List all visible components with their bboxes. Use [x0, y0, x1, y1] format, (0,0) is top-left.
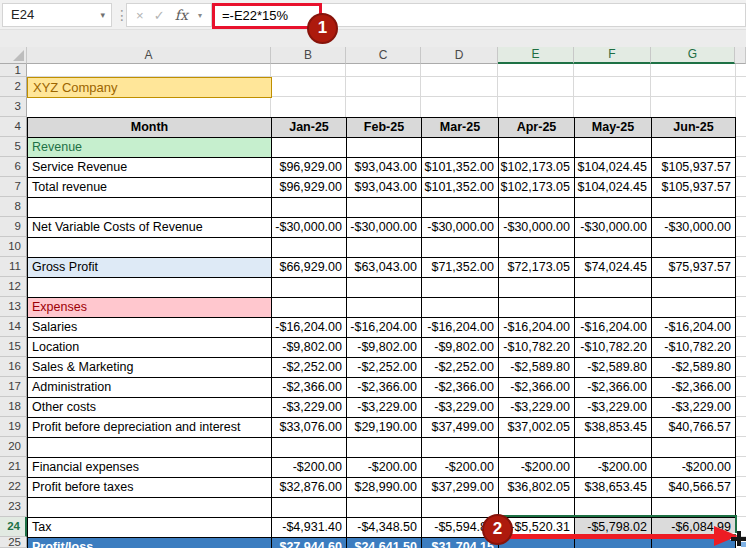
cell[interactable]: -$3,229.00	[422, 398, 499, 418]
table-header-cell[interactable]: Apr-25	[499, 118, 575, 138]
cell[interactable]: $37,499.00	[422, 418, 499, 438]
column-header-e[interactable]: E	[498, 47, 574, 64]
cell[interactable]: $102,173.05	[499, 158, 575, 178]
cell[interactable]: -$2,366.00	[652, 378, 736, 398]
cell[interactable]	[422, 498, 499, 518]
row-header-24[interactable]: 24	[0, 517, 27, 537]
row-label-cell[interactable]: Tax	[28, 518, 272, 538]
cell[interactable]: -$2,252.00	[272, 358, 347, 378]
row-header-14[interactable]: 14	[0, 317, 27, 337]
cell[interactable]	[272, 238, 347, 258]
row-header-12[interactable]: 12	[0, 277, 27, 297]
formula-dropdown-icon[interactable]: ▾	[198, 11, 202, 20]
table-header-cell[interactable]: Mar-25	[422, 118, 499, 138]
row-header-20[interactable]: 20	[0, 437, 27, 457]
row-label-cell[interactable]: Financial expenses	[28, 458, 272, 478]
row-header-22[interactable]: 22	[0, 477, 27, 497]
row-header-8[interactable]: 8	[0, 197, 27, 217]
cell[interactable]: $104,024.45	[575, 178, 652, 198]
row-label-cell[interactable]	[28, 438, 272, 458]
cell[interactable]: -$200.00	[652, 458, 736, 478]
cell[interactable]: -$16,204.00	[652, 318, 736, 338]
cell[interactable]	[499, 238, 575, 258]
cell[interactable]	[347, 238, 422, 258]
formula-input[interactable]: =-E22*15%	[211, 3, 746, 27]
cell[interactable]: $37,299.00	[422, 478, 499, 498]
table-header-cell[interactable]: Jan-25	[272, 118, 347, 138]
cell[interactable]: $105,937.57	[652, 158, 736, 178]
cell[interactable]	[575, 298, 652, 318]
cell[interactable]: -$30,000.00	[347, 218, 422, 238]
cell[interactable]: $40,566.57	[652, 478, 736, 498]
column-header-f[interactable]: F	[574, 47, 651, 64]
cell[interactable]: $40,766.57	[652, 418, 736, 438]
cell[interactable]: -$9,802.00	[272, 338, 347, 358]
cell[interactable]: $105,937.57	[652, 178, 736, 198]
cell[interactable]	[575, 438, 652, 458]
cell[interactable]: -$200.00	[499, 458, 575, 478]
cell[interactable]	[575, 498, 652, 518]
cell[interactable]: -$3,229.00	[272, 398, 347, 418]
column-header-a[interactable]: A	[27, 47, 271, 64]
cell[interactable]: $72,173.05	[499, 258, 575, 278]
row-header-21[interactable]: 21	[0, 457, 27, 477]
row-header-23[interactable]: 23	[0, 497, 27, 517]
row-header-5[interactable]: 5	[0, 137, 27, 157]
row-label-cell[interactable]: Net Variable Costs of Revenue	[28, 218, 272, 238]
cell[interactable]: -$30,000.00	[499, 218, 575, 238]
cell[interactable]	[499, 278, 575, 298]
row-header-3[interactable]: 3	[0, 97, 27, 117]
table-header-cell[interactable]: Jun-25	[652, 118, 736, 138]
cell[interactable]: -$2,252.00	[347, 358, 422, 378]
cell[interactable]: -$200.00	[272, 458, 347, 478]
row-header-15[interactable]: 15	[0, 337, 27, 357]
cell[interactable]: $104,024.45	[575, 158, 652, 178]
row-header-19[interactable]: 19	[0, 417, 27, 437]
row-label-cell[interactable]: Expenses	[28, 298, 272, 318]
cell[interactable]: -$16,204.00	[272, 318, 347, 338]
row-header-18[interactable]: 18	[0, 397, 27, 417]
cell[interactable]: -$2,366.00	[422, 378, 499, 398]
row-label-cell[interactable]: Gross Profit	[28, 258, 272, 278]
table-header-cell[interactable]: May-25	[575, 118, 652, 138]
cell[interactable]	[499, 538, 575, 548]
row-label-cell[interactable]: Profit/loss	[28, 538, 272, 548]
cell[interactable]	[347, 138, 422, 158]
cell[interactable]: -$2,589.80	[575, 358, 652, 378]
cell[interactable]	[422, 238, 499, 258]
row-header-11[interactable]: 11	[0, 257, 27, 277]
column-header-d[interactable]: D	[421, 47, 498, 64]
row-label-cell[interactable]	[28, 498, 272, 518]
row-header-13[interactable]: 13	[0, 297, 27, 317]
cell[interactable]: $101,352.00	[422, 178, 499, 198]
row-label-cell[interactable]: Profit before taxes	[28, 478, 272, 498]
cell[interactable]: -$10,782.20	[652, 338, 736, 358]
cell[interactable]	[652, 298, 736, 318]
cell[interactable]: -$200.00	[422, 458, 499, 478]
cell[interactable]	[499, 298, 575, 318]
row-label-cell[interactable]: Total revenue	[28, 178, 272, 198]
company-name-cell[interactable]: XYZ Company	[27, 77, 272, 98]
cell[interactable]: $38,853.45	[575, 418, 652, 438]
table-header-month[interactable]: Month	[28, 118, 272, 138]
cell[interactable]	[272, 298, 347, 318]
cell[interactable]	[422, 198, 499, 218]
cell[interactable]	[652, 438, 736, 458]
cell[interactable]: -$10,782.20	[499, 338, 575, 358]
cell[interactable]	[272, 438, 347, 458]
cell[interactable]	[652, 238, 736, 258]
cell[interactable]	[272, 198, 347, 218]
cell[interactable]: -$3,229.00	[347, 398, 422, 418]
cell[interactable]	[575, 238, 652, 258]
row-label-cell[interactable]: Salaries	[28, 318, 272, 338]
cell[interactable]: -$2,366.00	[575, 378, 652, 398]
cell[interactable]: -$2,366.00	[499, 378, 575, 398]
cell[interactable]: -$30,000.00	[652, 218, 736, 238]
cell[interactable]	[652, 498, 736, 518]
row-header-4[interactable]: 4	[0, 117, 27, 137]
cell[interactable]: -$4,348.50	[347, 518, 422, 538]
cell[interactable]: -$16,204.00	[422, 318, 499, 338]
cell[interactable]: $33,076.00	[272, 418, 347, 438]
cell[interactable]: -$2,366.00	[272, 378, 347, 398]
cell[interactable]	[272, 138, 347, 158]
